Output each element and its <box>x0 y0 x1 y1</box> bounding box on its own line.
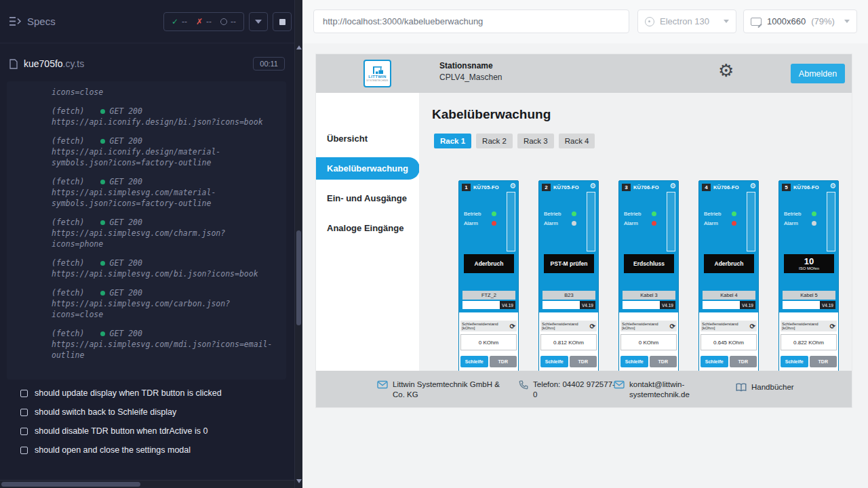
passed-icon: ✓ <box>172 17 178 26</box>
device-cards: 1 KÜ705-FO ⚙ Betrieb Alarm Aderbruch FTZ… <box>458 180 839 371</box>
schleife-button[interactable]: Schleife <box>460 356 488 367</box>
status-display: 10 ISO MOhm <box>784 254 834 273</box>
refresh-icon[interactable]: ⟳ <box>670 323 675 330</box>
footer-manuals[interactable]: Handbücher <box>736 382 794 392</box>
device-card-2: 2 KÜ705-FO ⚙ Betrieb Alarm PST-M prüfen … <box>538 180 599 371</box>
test-state-icon <box>20 409 28 416</box>
test-item[interactable]: should open and close the settings modal <box>0 441 294 460</box>
toolbar-right: ✓-- ✗-- -- <box>163 12 292 31</box>
network-log-entry[interactable]: (fetch) GET 200 https://api.iconify.desi… <box>52 106 277 127</box>
status-display: Aderbruch <box>464 254 514 273</box>
footer-phone-text: Telefon: 04402 972577-0 <box>533 380 618 399</box>
network-log-entry[interactable]: (fetch) GET 200 https://api.simplesvg.co… <box>52 176 277 209</box>
device-rail <box>827 192 835 251</box>
log-status-text: GET 200 <box>109 287 142 298</box>
refresh-icon[interactable]: ⟳ <box>590 323 595 330</box>
tab-rack-3[interactable]: Rack 3 <box>517 134 554 148</box>
horizontal-scrollbar-thumb[interactable] <box>1 482 140 487</box>
failed-count: -- <box>206 17 212 26</box>
footer-company[interactable]: Littwin Systemtechnik GmbH & Co. KG <box>377 380 513 399</box>
page-title: Kabelüberwachung <box>432 107 551 122</box>
test-stats[interactable]: ✓-- ✗-- -- <box>163 12 244 31</box>
refresh-icon[interactable]: ⟳ <box>510 323 515 330</box>
device-card-4: 4 KÜ706-FO ⚙ Betrieb Alarm Aderbruch Kab… <box>698 180 759 371</box>
alarm-led <box>732 221 736 226</box>
betrieb-led <box>732 211 736 216</box>
device-card-5: 5 KÜ706-FO ⚙ Betrieb Alarm 10 ISO MOhm K… <box>778 180 839 371</box>
log-entry-partial[interactable]: icons=close <box>52 87 277 98</box>
device-rail <box>747 192 755 251</box>
alarm-led <box>812 221 816 226</box>
log-type: (fetch) <box>52 328 84 339</box>
chevron-down-icon <box>844 20 850 23</box>
device-settings-icon[interactable]: ⚙ <box>509 182 516 190</box>
firmware-version: V4.19 <box>580 301 595 309</box>
app-sidebar: Übersicht Kabelüberwachung Ein- und Ausg… <box>316 93 419 371</box>
tdr-button[interactable]: TDR <box>650 356 677 367</box>
stop-button[interactable] <box>273 12 292 31</box>
refresh-icon[interactable]: ⟳ <box>830 323 835 330</box>
network-log-entry[interactable]: (fetch) GET 200 https://api.simplesvg.co… <box>52 287 277 320</box>
network-log-entry[interactable]: (fetch) GET 200 https://api.iconify.desi… <box>52 136 277 168</box>
log-status-text: GET 200 <box>109 217 142 228</box>
log-url: https://api.simplesvg.com/charm.json?ico… <box>52 228 277 249</box>
scroll-down-arrow[interactable] <box>296 479 302 483</box>
tab-rack-1[interactable]: Rack 1 <box>434 134 471 148</box>
tab-rack-2[interactable]: Rack 2 <box>476 134 513 148</box>
browser-select[interactable]: Electron 130 <box>637 9 736 33</box>
vertical-scrollbar[interactable] <box>294 0 302 488</box>
tab-rack-4[interactable]: Rack 4 <box>559 134 595 148</box>
tdr-button[interactable]: TDR <box>730 356 757 367</box>
refresh-icon[interactable]: ⟳ <box>750 323 755 330</box>
viewport-select[interactable]: 1000x660 (79%) <box>743 9 857 33</box>
vertical-scrollbar-thumb[interactable] <box>296 230 301 325</box>
command-log: icons=close (fetch) GET 200 https://api.… <box>7 81 286 380</box>
test-title: should switch back to Schleife display <box>35 407 176 417</box>
brand-name: LITTWIN <box>368 75 386 79</box>
device-rail <box>507 192 515 251</box>
spec-name[interactable]: kue705fo <box>24 58 63 69</box>
alarm-label: Alarm <box>704 220 718 226</box>
electron-icon <box>645 17 654 26</box>
firmware-version: V4.19 <box>500 301 515 309</box>
alarm-label: Alarm <box>784 220 798 226</box>
settings-gear-icon[interactable]: ⚙ <box>718 62 734 79</box>
test-item[interactable]: should disable TDR button when tdrActive… <box>0 422 294 441</box>
tdr-button[interactable]: TDR <box>490 356 517 367</box>
sidebar-item-ein-und-ausgaenge[interactable]: Ein- und Ausgänge <box>316 187 419 209</box>
tdr-button[interactable]: TDR <box>810 356 837 367</box>
alarm-label: Alarm <box>544 220 558 226</box>
horizontal-scrollbar[interactable] <box>0 480 294 488</box>
device-settings-icon[interactable]: ⚙ <box>829 182 836 190</box>
schleife-button[interactable]: Schleife <box>701 356 728 367</box>
spec-extension: .cy.ts <box>63 58 85 69</box>
device-rail <box>667 192 675 251</box>
schleife-button[interactable]: Schleife <box>781 356 808 367</box>
device-settings-icon[interactable]: ⚙ <box>749 182 756 190</box>
logout-button[interactable]: Abmelden <box>791 64 845 83</box>
footer-phone[interactable]: Telefon: 04402 972577-0 <box>519 380 618 399</box>
schleife-button[interactable]: Schleife <box>540 356 568 367</box>
test-item[interactable]: should update display when TDR button is… <box>0 384 294 403</box>
device-number: 5 <box>782 184 791 191</box>
schleife-button[interactable]: Schleife <box>620 356 648 367</box>
device-settings-icon[interactable]: ⚙ <box>589 182 596 190</box>
network-log-entry[interactable]: (fetch) GET 200 https://api.simplesvg.co… <box>52 328 277 361</box>
failed-icon: ✗ <box>196 17 203 26</box>
sidebar-item-uebersicht[interactable]: Übersicht <box>316 127 419 150</box>
device-card-1: 1 KÜ705-FO ⚙ Betrieb Alarm Aderbruch FTZ… <box>458 180 519 371</box>
device-settings-icon[interactable]: ⚙ <box>669 182 676 190</box>
test-item[interactable]: should switch back to Schleife display <box>0 403 294 422</box>
sidebar-item-kabelueberwachung[interactable]: Kabelüberwachung <box>316 157 420 180</box>
footer-manuals-text: Handbücher <box>751 382 794 392</box>
sidebar-item-analoge-eingaenge[interactable]: Analoge Eingänge <box>316 217 419 239</box>
network-log-entry[interactable]: (fetch) GET 200 https://api.simplesvg.co… <box>52 217 277 249</box>
url-input[interactable]: http://localhost:3000/kabelueberwachung <box>313 9 629 33</box>
tdr-button[interactable]: TDR <box>570 356 597 367</box>
status-ok-dot <box>100 139 105 144</box>
collapse-button[interactable] <box>249 12 268 31</box>
specs-toggle[interactable]: Specs <box>9 16 56 27</box>
footer-email[interactable]: kontakt@littwin-systemtechnik.de <box>614 380 701 399</box>
network-log-entry[interactable]: (fetch) GET 200 https://api.simplesvg.co… <box>52 258 277 279</box>
scroll-up-arrow[interactable] <box>296 45 302 49</box>
